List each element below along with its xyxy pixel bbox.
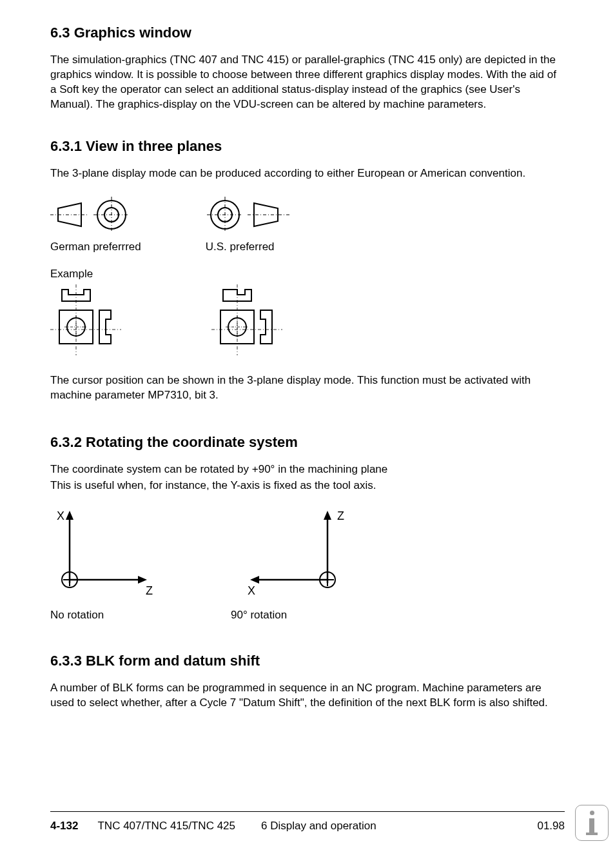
footer-chapter: 6 Display and operation (261, 820, 537, 833)
para-6-3-2-b: This is useful when, for instance, the Y… (50, 478, 565, 493)
page-footer: 4-132 TNC 407/TNC 415/TNC 425 6 Display … (50, 811, 565, 833)
example-german-icon (50, 284, 121, 355)
axes-90-rotation-icon: Z X (231, 506, 353, 602)
page-number: 4-132 (50, 820, 78, 833)
projection-german: German preferrred (50, 195, 141, 253)
info-icon (575, 805, 609, 841)
para-6-3-2-a: The coordinate system can be rotated by … (50, 462, 565, 477)
axis-label-x2: X (248, 584, 255, 597)
footer-date: 01.98 (537, 820, 565, 833)
axes-no-rotation: X Z No rotation (50, 506, 160, 622)
axis-label-z2: Z (337, 509, 344, 522)
projection-symbol-german-icon (50, 195, 134, 234)
para-6-3-3: A number of BLK forms can be programmed … (50, 681, 565, 711)
example-us-icon (211, 284, 282, 355)
caption-us: U.S. preferred (206, 241, 289, 253)
svg-marker-32 (324, 511, 331, 520)
caption-no-rotation: No rotation (50, 609, 160, 622)
para-6-3-1-b: The cursor position can be shown in the … (50, 373, 565, 403)
para-6-3: The simulation-graphics (TNC 407 and TNC… (50, 53, 565, 112)
svg-marker-25 (66, 511, 73, 520)
section-6-3-1: 6.3.1 View in three planes The 3-plane d… (50, 138, 565, 403)
axes-no-rotation-icon: X Z (50, 506, 160, 602)
caption-90-rotation: 90° rotation (231, 609, 353, 622)
para-6-3-1-a: The 3-plane display mode can be produced… (50, 166, 565, 181)
projection-us: U.S. preferred (206, 195, 289, 253)
projection-symbol-us-icon (206, 195, 289, 234)
example-german (50, 284, 121, 355)
svg-marker-27 (138, 576, 147, 584)
section-6-3-3: 6.3.3 BLK form and datum shift A number … (50, 653, 565, 711)
axis-label-z: Z (146, 584, 153, 597)
axis-label-x: X (57, 509, 64, 522)
heading-6-3-3: 6.3.3 BLK form and datum shift (50, 653, 565, 669)
axes-90-rotation: Z X 90° rotation (231, 506, 353, 622)
page: 6.3 Graphics window The simulation-graph… (0, 0, 615, 868)
svg-marker-34 (250, 576, 259, 584)
section-6-3-2: 6.3.2 Rotating the coordinate system The… (50, 434, 565, 622)
example-us (211, 284, 282, 355)
section-6-3: 6.3 Graphics window The simulation-graph… (50, 25, 565, 112)
heading-6-3-2: 6.3.2 Rotating the coordinate system (50, 434, 565, 451)
svg-marker-1 (58, 203, 81, 226)
heading-6-3-1: 6.3.1 View in three planes (50, 138, 565, 155)
example-label: Example (50, 268, 565, 281)
heading-6-3: 6.3 Graphics window (50, 25, 565, 41)
footer-model: TNC 407/TNC 415/TNC 425 (97, 820, 235, 833)
caption-german: German preferrred (50, 241, 141, 253)
